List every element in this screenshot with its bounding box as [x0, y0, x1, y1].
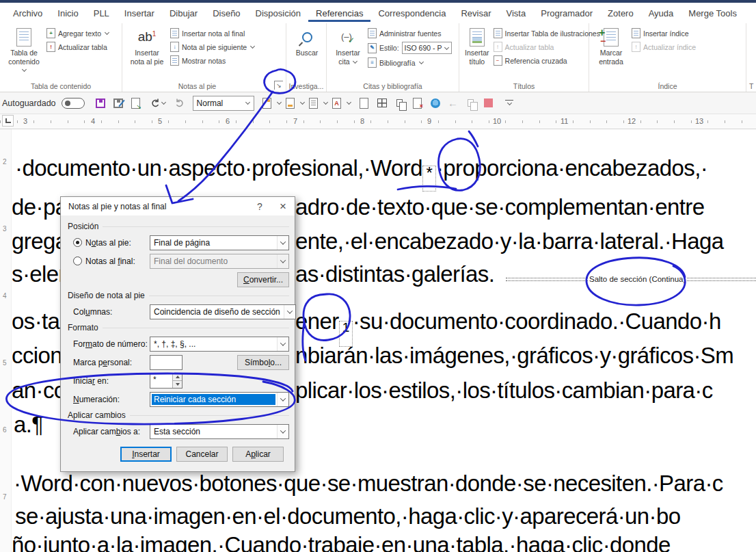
actualizar-tabla-button[interactable]: ! Actualizar tabla [46, 42, 109, 52]
qat-chevron-3[interactable] [323, 100, 328, 105]
footnote-ab1-icon: ab1 [137, 27, 157, 47]
insertar-button[interactable]: Insertar [120, 447, 172, 462]
tab-programador[interactable]: Programador [533, 4, 600, 22]
blue-circle-icon [431, 98, 440, 108]
convertir-button[interactable]: Convertir... [237, 272, 289, 287]
tab-insertar[interactable]: Insertar [117, 4, 162, 22]
dialog-close-button[interactable]: × [271, 200, 295, 213]
next-footnote-icon: ↓ [170, 42, 179, 52]
insertar-tabla-ilustraciones-button[interactable]: Insertar Tabla de ilustraciones [494, 28, 600, 38]
tab-disposicion[interactable]: Disposición [248, 4, 308, 22]
copy-button[interactable] [392, 96, 407, 111]
undo-chevron-icon [161, 100, 166, 105]
vruler-number: 7 [3, 493, 7, 501]
group-label-captions: Títulos [459, 82, 589, 90]
columnas-combo[interactable]: Coincidencia de diseño de sección [150, 304, 296, 319]
bibliografia-button[interactable]: ≡ Bibliografía [368, 57, 452, 68]
tab-vista[interactable]: Vista [499, 4, 534, 22]
aplicar-button[interactable]: Aplicar [232, 447, 284, 462]
dialog-title-bar[interactable]: Notas al pie y notas al final ? × [61, 197, 295, 215]
new-blank-doc-button[interactable] [357, 96, 372, 111]
ruler-number: 13 [695, 117, 703, 125]
manage-sources-icon [368, 28, 377, 38]
stepper-down[interactable] [173, 380, 182, 388]
simbolo-button[interactable]: Símbolo... [237, 355, 289, 370]
qat-page-bar-button[interactable] [283, 96, 298, 111]
open-recent-button[interactable]: ↘ [129, 96, 144, 111]
notas-al-final-radio-label: Notas al final: [73, 257, 150, 266]
group-formato: Formato [68, 323, 289, 332]
qat-overflow-button[interactable] [502, 96, 517, 111]
tab-dibujar[interactable]: Dibujar [162, 4, 205, 22]
insertar-cita-button[interactable]: (–)✓ Insertar cita [329, 25, 366, 68]
qat-chevron-4[interactable] [347, 100, 351, 105]
save-as-button[interactable] [111, 96, 126, 111]
table-grid-icon [377, 98, 387, 107]
qat-page-corner-button[interactable] [260, 96, 275, 111]
record-button[interactable] [428, 96, 443, 111]
ruler-number: 12 [627, 117, 636, 125]
toc-button[interactable]: Tabla de contenido [3, 25, 45, 77]
numeracion-combo[interactable]: Reiniciar cada sección [150, 392, 289, 407]
doc-line-5-left: os·tar [12, 308, 62, 334]
tab-merge-tools[interactable]: Merge Tools [681, 4, 744, 22]
horizontal-ruler[interactable]: 3 4 5 6 7 8 9 10 11 12 13 [0, 114, 756, 129]
autosave-toggle[interactable] [62, 98, 85, 109]
insertar-indice-button[interactable]: Insertar índice [632, 28, 696, 38]
estilo-combo[interactable]: ISO 690 - P [402, 42, 453, 54]
buscar-button[interactable]: Buscar [289, 25, 325, 60]
undo-button[interactable] [146, 96, 170, 111]
group-cut-off: T [746, 23, 756, 92]
formato-numero-combo[interactable]: *, †, ‡, §, ... [150, 337, 289, 352]
ruler-number: 9 [427, 117, 431, 125]
vertical-ruler[interactable]: 2 3 4 5 6 7 8 [0, 129, 12, 552]
nota-al-pie-siguiente-button[interactable]: ↓ Nota al pie siguiente [170, 42, 255, 52]
tab-referencias-active[interactable]: Referencias [308, 4, 370, 22]
tab-inicio[interactable]: Inicio [50, 4, 85, 22]
ruler-number: 3 [23, 117, 27, 125]
agregar-texto-button[interactable]: + Agregar texto [46, 28, 109, 38]
qat-chevron-2[interactable] [300, 100, 305, 105]
back-button-disabled: ← [446, 96, 461, 111]
stepper-up[interactable] [173, 374, 182, 381]
insertar-nota-al-pie-button[interactable]: ab1 Insertar nota al pie [125, 25, 169, 68]
qat-chevron-1[interactable] [277, 100, 282, 105]
tab-correspondencia[interactable]: Correspondencia [370, 4, 453, 22]
footnotes-dialog-launcher[interactable]: ↘ [274, 81, 283, 90]
style-combo[interactable]: Normal [193, 96, 254, 111]
marca-personal-input[interactable] [150, 355, 183, 370]
toc-icon [14, 27, 33, 47]
administrar-fuentes-button[interactable]: Administrar fuentes [368, 28, 452, 38]
pages-button-disabled [463, 96, 478, 111]
mostrar-notas-button[interactable]: Mostrar notas [170, 55, 255, 66]
qat-page-font-button[interactable]: A [329, 96, 345, 111]
highlight-color-button[interactable] [481, 96, 496, 111]
save-button[interactable] [93, 96, 108, 111]
endnotes-radio[interactable] [73, 257, 82, 265]
qat-page-lines-button[interactable] [306, 96, 321, 111]
insertar-titulo-button[interactable]: Insertar título [462, 25, 492, 68]
table-grid-button[interactable] [375, 96, 390, 111]
aplicar-cambios-combo[interactable]: Esta sección [150, 424, 289, 439]
tab-revisar[interactable]: Revisar [453, 4, 498, 22]
footnote-ref-asterisk[interactable]: * [422, 166, 436, 192]
pink-square-icon [484, 98, 493, 107]
iniciar-en-label: Iniciar en: [73, 376, 150, 386]
cancelar-button[interactable]: Cancelar [176, 447, 228, 462]
referencia-cruzada-button[interactable]: − Referencia cruzada [494, 55, 600, 66]
redo-button[interactable] [172, 96, 187, 111]
tab-zotero[interactable]: Zotero [600, 4, 641, 22]
tab-diseno[interactable]: Diseño [205, 4, 247, 22]
tab-archivo[interactable]: Archivo [5, 4, 50, 22]
marcar-entrada-button[interactable]: +− Marcar entrada [592, 25, 630, 68]
update-index-disabled-icon: ! [632, 42, 640, 52]
footnotes-position-combo[interactable]: Final de página [150, 235, 289, 250]
iniciar-en-stepper[interactable]: * [150, 373, 183, 389]
delete-doc-button[interactable]: × [410, 96, 425, 111]
tab-pll[interactable]: PLL [86, 4, 117, 22]
tab-ayuda[interactable]: Ayuda [641, 4, 681, 22]
ruler-number: 10 [493, 117, 501, 125]
dialog-help-button[interactable]: ? [248, 201, 271, 212]
insertar-nota-al-final-button[interactable]: Insertar nota al final [170, 28, 255, 38]
footnotes-radio[interactable] [73, 238, 82, 247]
